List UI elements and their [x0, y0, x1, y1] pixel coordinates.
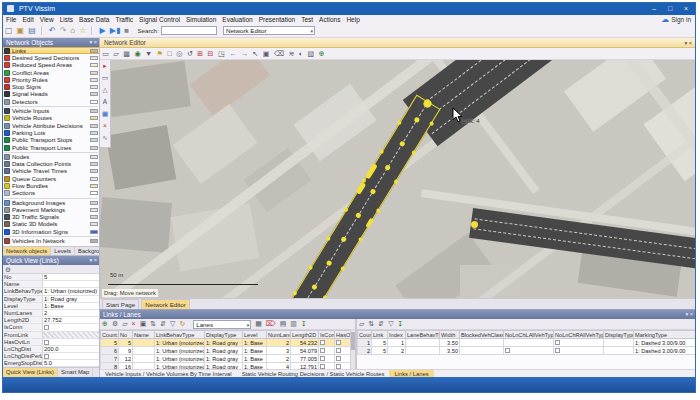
column-header-link[interactable]: Link: [372, 331, 388, 339]
td[interactable]: 1: Urban (motorized): [155, 339, 205, 347]
td[interactable]: [319, 347, 335, 355]
background-images-color-swatch[interactable]: [90, 201, 98, 205]
quickview-row-lnchgdistperln[interactable]: LnChgDistPerLn: [3, 353, 99, 360]
menu-traffic[interactable]: Traffic: [112, 15, 136, 25]
text-mode-icon[interactable]: A: [100, 96, 110, 108]
num[interactable]: 6: [101, 347, 119, 355]
qval[interactable]: 1: Road gray: [43, 296, 99, 302]
editor-tab-start-page[interactable]: Start Page: [102, 299, 139, 309]
sort-ascending-icon[interactable]: ⇅: [366, 319, 376, 329]
sidebar-item-3d-traffic-signals[interactable]: 3D Traffic Signals: [3, 214, 99, 221]
sidebar-item-parking-lots[interactable]: Parking Lots: [3, 129, 99, 136]
menu-evaluation[interactable]: Evaluation: [219, 15, 255, 25]
wrench-icon[interactable]: ⚙: [5, 266, 11, 273]
sidebar-item-priority-rules[interactable]: Priority Rules: [3, 76, 99, 83]
table-row[interactable]: 2523.501: Dashed 3.00/9.00: [358, 347, 696, 355]
sidebar-item-3d-information-signs[interactable]: 3D Information Signs: [3, 228, 99, 235]
export-icon[interactable]: ↧: [299, 319, 309, 329]
td[interactable]: 1: Dashed 3.00/9.00: [634, 347, 696, 355]
td[interactable]: 1: Road gray: [205, 355, 243, 363]
sidebar-item-public-transport-stops[interactable]: Public Transport Stops: [3, 137, 99, 144]
menu-lists[interactable]: Lists: [57, 15, 76, 25]
vehicle-routes-color-swatch[interactable]: [90, 116, 98, 120]
quickview-row-isconn[interactable]: IsConn: [3, 324, 99, 331]
panel-header-icons[interactable]: ▾ ×: [89, 256, 97, 265]
grid-icon[interactable]: ▦: [121, 48, 132, 59]
num[interactable]: 2: [388, 347, 406, 355]
num[interactable]: 5: [372, 347, 388, 355]
refresh-icon[interactable]: ↻: [177, 319, 187, 329]
td[interactable]: [335, 339, 351, 347]
target-icon[interactable]: ◎: [174, 48, 185, 59]
home-icon[interactable]: ⌂: [68, 25, 77, 37]
conflict-areas-color-swatch[interactable]: [90, 71, 98, 75]
td[interactable]: [133, 355, 155, 363]
show-entire-network-icon[interactable]: ↖: [250, 48, 260, 59]
column-header-blockedvehclasses[interactable]: BlockedVehClasses: [460, 331, 504, 339]
quickview-row-hasovtln[interactable]: HasOvtLn: [3, 339, 99, 346]
sidebar-item-background-images[interactable]: Background Images: [3, 199, 99, 206]
curve-mode-icon[interactable]: ∿: [100, 132, 110, 144]
column-header-level[interactable]: Level: [243, 331, 267, 339]
td[interactable]: [504, 339, 554, 347]
td[interactable]: [335, 347, 351, 355]
nodes-color-swatch[interactable]: [90, 155, 98, 159]
num[interactable]: 54.079: [291, 347, 319, 355]
td[interactable]: [335, 355, 351, 363]
favorites-icon[interactable]: ☆: [77, 25, 88, 37]
single-step-icon[interactable]: ▶▮: [108, 25, 123, 37]
filter-icon[interactable]: ▽: [168, 319, 177, 329]
num[interactable]: 5: [101, 339, 119, 347]
menu-test[interactable]: Test: [298, 15, 316, 25]
td[interactable]: 1: Base: [243, 355, 267, 363]
sort-descending-icon[interactable]: ⇵: [376, 319, 386, 329]
public-transport-stops-color-swatch[interactable]: [90, 138, 98, 142]
td[interactable]: 1: Road gray: [205, 339, 243, 347]
copy-icon[interactable]: ▣: [138, 319, 149, 329]
sidebar-item-queue-counters[interactable]: Queue Counters: [3, 175, 99, 182]
selection-rect-icon[interactable]: □: [165, 48, 174, 59]
zoom-window-icon[interactable]: ◳: [216, 48, 227, 59]
static-3d-models-color-swatch[interactable]: [90, 222, 98, 226]
menu-presentation[interactable]: Presentation: [256, 15, 299, 25]
save-icon[interactable]: ▤: [26, 25, 38, 37]
sidebar-item-vehicles-in-network[interactable]: Vehicles In Network: [3, 237, 99, 244]
sidebar-tab-network-objects[interactable]: Network objects: [3, 247, 51, 255]
redo-icon[interactable]: ↷: [58, 25, 69, 37]
num[interactable]: 3.50: [440, 347, 460, 355]
column-header-nolnchlallvehtypes[interactable]: NoLnChLAllVehTypes: [504, 331, 554, 339]
qval[interactable]: [43, 324, 99, 330]
view-dropdown[interactable]: Network Editor ▾: [223, 26, 315, 35]
td[interactable]: 1: Base: [243, 339, 267, 347]
menu-base-data[interactable]: Base Data: [76, 15, 112, 25]
new-file-icon[interactable]: ▢: [3, 25, 15, 37]
select-mode-icon[interactable]: ▭: [100, 48, 111, 59]
sidebar-item-conflict-areas[interactable]: Conflict Areas: [3, 69, 99, 76]
qval[interactable]: 27.752: [43, 317, 99, 323]
td[interactable]: [604, 347, 634, 355]
td[interactable]: 1: Road gray: [205, 347, 243, 355]
td[interactable]: 1: Urban (motorized): [155, 347, 205, 355]
zoom-in-icon[interactable]: ⊞: [195, 48, 205, 59]
load-layout-icon[interactable]: ▥: [288, 319, 299, 329]
erase-icon[interactable]: ⌫: [272, 48, 287, 59]
grid-mode-icon[interactable]: ▦: [100, 108, 110, 120]
td[interactable]: [406, 347, 440, 355]
td[interactable]: [406, 339, 440, 347]
rotate-view-icon[interactable]: ↺: [185, 48, 195, 59]
edit-row-icon[interactable]: ▱: [120, 319, 129, 329]
area-mode-icon[interactable]: △: [100, 84, 110, 96]
td[interactable]: [133, 347, 155, 355]
sidebar-item-vehicle-attribute-decisions[interactable]: Vehicle Attribute Decisions: [3, 122, 99, 129]
qval[interactable]: 1: Urban (motorized): [43, 288, 99, 294]
map-canvas[interactable]: ▸▭△A▦×∿ 50 m Drag: Move network Link: 4: [100, 60, 695, 298]
hatch[interactable]: [554, 347, 604, 355]
filter-icon[interactable]: ▽: [386, 319, 395, 329]
num[interactable]: 1: [358, 339, 372, 347]
qval[interactable]: 1: Base: [43, 303, 99, 309]
add-object-icon[interactable]: ⊕: [317, 48, 327, 59]
edit-row-icon[interactable]: ▱: [357, 319, 366, 329]
run-simulation-icon[interactable]: ▶: [98, 25, 108, 37]
table-row[interactable]: 551: Urban (motorized)1: Road gray1: Bas…: [101, 339, 351, 347]
num[interactable]: 9: [119, 347, 133, 355]
